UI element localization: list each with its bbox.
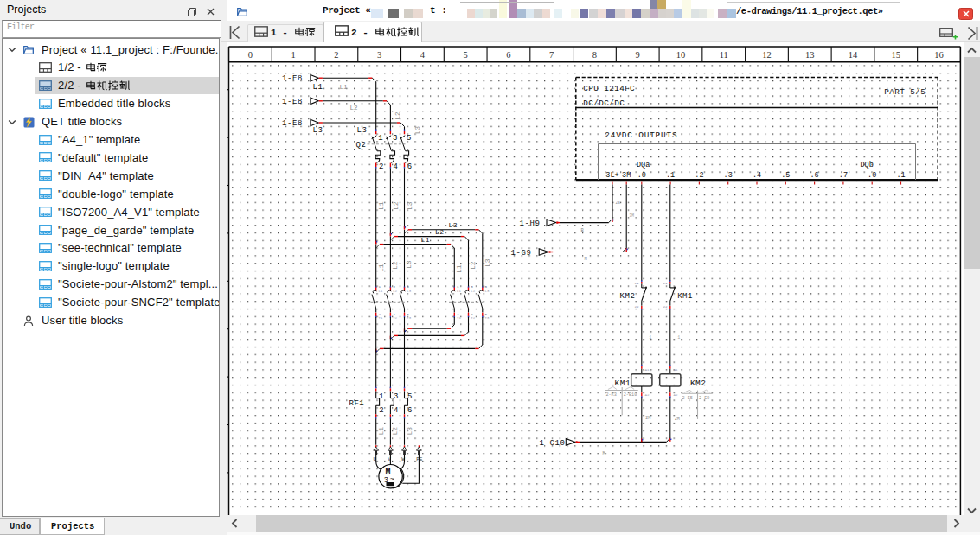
svg-text:L1: L1 [379,290,383,293]
svg-text:1-E8: 1-E8 [282,74,303,83]
svg-text:4: 4 [420,50,426,60]
svg-text:3M: 3M [630,213,635,218]
svg-text:L3: L3 [414,125,421,134]
svg-text:T1: T1 [379,316,383,320]
svg-text:4: 4 [394,162,398,171]
svg-text:3: 3 [377,50,381,60]
svg-text:2M: 2M [675,417,680,422]
svg-text:L3: L3 [406,427,413,436]
svg-text:0: 0 [248,50,253,60]
svg-text:1-G10: 1-G10 [540,439,566,448]
svg-text:22: 22 [635,305,640,309]
svg-text:L3: L3 [313,126,323,135]
svg-text:M: M [603,450,605,456]
svg-text:4: 4 [394,406,398,415]
svg-text:L1: L1 [313,83,323,92]
svg-text:L1: L1 [377,264,385,272]
svg-text:L1: L1 [340,84,349,91]
svg-text:.5: .5 [781,171,790,180]
svg-text:DQa: DQa [637,161,650,169]
svg-text:RF1: RF1 [349,399,365,408]
svg-text:A2: A2 [645,393,650,397]
svg-text:M: M [585,256,587,262]
svg-text:5: 5 [407,134,411,143]
svg-text:L2: L2 [394,111,401,119]
svg-text:21: 21 [635,282,640,285]
svg-text:9: 9 [636,50,640,60]
svg-text:.0: .0 [637,171,646,180]
svg-text:14: 14 [849,50,858,60]
svg-text:3M: 3M [622,171,631,180]
svg-text:11: 11 [720,50,728,60]
svg-text:L2: L2 [391,261,399,270]
svg-text:L2: L2 [393,290,397,293]
svg-text:T3: T3 [485,316,490,320]
svg-text:L2: L2 [391,427,399,436]
svg-text:1: 1 [291,50,296,60]
svg-text:2-K3: 2-K3 [605,392,616,398]
svg-text:15: 15 [892,50,901,60]
svg-text:L3: L3 [449,221,458,229]
svg-text:A1: A1 [674,368,679,372]
svg-text:.1: .1 [666,171,675,180]
svg-text:L3: L3 [405,260,413,269]
svg-text:L1: L1 [421,236,430,244]
svg-text:.3: .3 [724,171,733,180]
svg-text:T1: T1 [457,316,461,320]
svg-text:7: 7 [549,50,554,60]
svg-text:2: 2 [334,50,338,60]
svg-text:L1: L1 [377,201,385,210]
svg-text:PART 5/5: PART 5/5 [884,87,926,97]
svg-text:16: 16 [934,50,944,60]
svg-text:L2: L2 [435,228,444,236]
svg-text:L3: L3 [407,290,411,293]
svg-text:L3: L3 [485,290,490,293]
svg-text:24VDC OUTPUTS: 24VDC OUTPUTS [605,131,677,140]
svg-text:L2: L2 [392,201,400,210]
svg-text:L1: L1 [457,290,461,293]
svg-text:6: 6 [407,406,412,415]
svg-text:2-E10: 2-E10 [624,392,637,398]
svg-text:1-E8: 1-E8 [282,98,303,106]
svg-text:A1: A1 [645,368,650,372]
svg-text:L2: L2 [469,261,477,270]
svg-text:2-E9: 2-E9 [699,396,709,401]
svg-text:L1: L1 [455,264,463,273]
svg-text:PE: PE [416,456,423,462]
svg-text:Q2: Q2 [356,141,367,150]
svg-text:2M: 2M [645,416,650,421]
svg-text:3: 3 [393,134,397,143]
svg-text:KM2: KM2 [620,292,636,301]
svg-text:2-E5: 2-E5 [682,396,693,401]
svg-text:1: 1 [378,134,382,143]
svg-text:10: 10 [676,50,686,60]
svg-text:2: 2 [379,406,383,415]
svg-text:L3: L3 [357,126,368,135]
svg-text:1: 1 [650,335,652,340]
svg-text:DQb: DQb [861,161,874,169]
svg-text:6: 6 [407,162,412,171]
svg-text:2a: 2a [616,201,621,205]
svg-text:6: 6 [506,50,510,60]
svg-text:1-E8: 1-E8 [282,119,303,128]
svg-text:KM2: KM2 [690,379,707,388]
svg-text:KM1: KM1 [615,379,631,388]
svg-text:T2: T2 [471,316,475,320]
svg-text:22: 22 [663,305,669,309]
svg-text:CPU 1214FC: CPU 1214FC [583,84,635,93]
svg-text:2: 2 [379,162,383,171]
svg-text:.2: .2 [695,171,703,180]
svg-text:L2: L2 [471,290,475,293]
svg-text:.1: .1 [896,171,905,180]
svg-text:.4: .4 [753,171,761,180]
svg-text:L3: L3 [484,258,491,267]
svg-text:A2: A2 [674,393,679,397]
svg-text:KM1: KM1 [677,292,693,301]
svg-text:DC/DC/DC: DC/DC/DC [583,99,625,108]
svg-text:12: 12 [762,50,772,60]
svg-text:3L+: 3L+ [605,171,618,180]
svg-text:1-H9: 1-H9 [520,220,541,228]
svg-text:13: 13 [805,50,815,60]
svg-text:.0: .0 [868,171,876,180]
svg-text:5: 5 [464,50,468,60]
